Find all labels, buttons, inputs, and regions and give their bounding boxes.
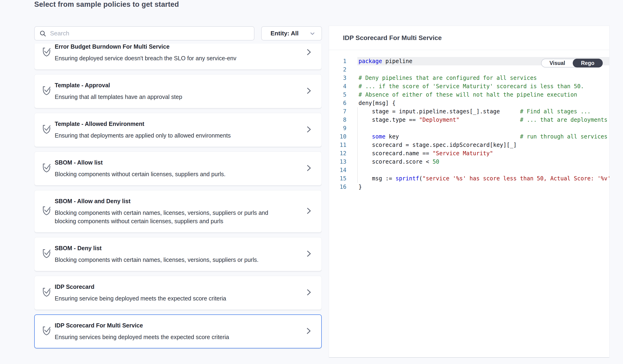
page-title: Select from sample policies to get start…: [34, 0, 179, 9]
code-line: 13 scorecard.score < 50: [329, 158, 609, 166]
line-number: 9: [329, 124, 346, 132]
shield-check-icon: [42, 47, 51, 58]
policy-card[interactable]: Error Budget Burndown For Multi ServiceE…: [34, 44, 322, 70]
preview-header: IDP Scorecard For Multi Service: [329, 26, 609, 50]
code-line: 7 stage = input.pipeline.stages[_].stage…: [329, 107, 609, 116]
line-number: 7: [329, 107, 346, 116]
policy-title: SBOM - Allow and Deny list: [55, 197, 271, 205]
code-line-text: # ... if the score of 'Service Maturity'…: [346, 82, 584, 90]
entity-filter-label: Entity: All: [270, 30, 298, 37]
line-number: 3: [329, 74, 346, 82]
code-line: 6deny[msg] {: [329, 99, 609, 107]
line-number: 16: [329, 183, 346, 191]
shield-check-icon: [42, 326, 51, 337]
code-line-text: stage = input.pipeline.stages[_].stage #…: [346, 107, 591, 116]
search-icon: [39, 30, 46, 37]
chevron-right-icon: [306, 87, 312, 96]
code-line-text: deny[msg] {: [346, 99, 396, 107]
shield-check-icon: [42, 206, 51, 217]
code-line: 12 scorecard.name == "Service Maturity": [329, 149, 609, 158]
code-line-text: stage.type == "Deployment" # ... that ar…: [346, 116, 607, 124]
policy-card[interactable]: IDP ScorecardEnsuring service being depl…: [34, 276, 322, 310]
policy-title: Template - Approval: [55, 82, 182, 89]
policy-title: IDP Scorecard: [55, 283, 226, 290]
shield-check-icon: [42, 86, 51, 97]
policy-description: Blocking components with certain names, …: [55, 256, 258, 264]
policy-card[interactable]: SBOM - Allow and Deny listBlocking compo…: [34, 190, 322, 233]
line-number: 14: [329, 166, 346, 174]
code-line: 9: [329, 124, 609, 132]
code-line-text: # Absence of either of these will not ha…: [346, 90, 577, 99]
code-editor[interactable]: Visual Rego 1package pipeline23# Deny pi…: [329, 50, 609, 357]
policy-list[interactable]: Error Budget Burndown For Multi ServiceE…: [34, 44, 322, 358]
code-line-text: scorecard.score < 50: [346, 158, 439, 166]
line-number: 11: [329, 141, 346, 149]
policy-title: SBOM - Deny list: [55, 244, 258, 252]
code-line: 10 some key # run through all services: [329, 132, 609, 141]
policy-card[interactable]: SBOM - Deny listBlocking components with…: [34, 237, 322, 271]
policy-description: Ensuring services being deployed meets t…: [55, 333, 229, 341]
chevron-right-icon: [306, 327, 312, 336]
code-line-text: [346, 65, 358, 74]
code-line-text: [346, 166, 358, 174]
code-line: 11 scorecard = stage.spec.idpScorecard[k…: [329, 141, 609, 149]
search-box[interactable]: [34, 26, 254, 41]
code-line-text: some key # run through all services: [346, 132, 607, 141]
code-line: 16}: [329, 183, 609, 191]
code-line-text: [346, 124, 358, 132]
code-line-text: scorecard.name == "Service Maturity": [346, 149, 493, 158]
line-number: 10: [329, 132, 346, 141]
code-line-text: msg := sprintf("service '%s' has score l…: [346, 174, 609, 183]
chevron-right-icon: [306, 164, 312, 173]
line-number: 5: [329, 90, 346, 99]
policy-card[interactable]: Template - Allowed EnvironmentEnsuring t…: [34, 113, 322, 147]
code-line-text: # Deny pipelines that are configured for…: [346, 74, 537, 82]
code-line: 15 msg := sprintf("service '%s' has scor…: [329, 174, 609, 183]
policy-description: Ensuring service being deployed meets th…: [55, 294, 226, 302]
search-input[interactable]: [50, 30, 249, 37]
code-line-text: }: [346, 183, 362, 191]
shield-check-icon: [42, 248, 51, 260]
line-number: 4: [329, 82, 346, 90]
code-line: 4# ... if the score of 'Service Maturity…: [329, 82, 609, 90]
policy-card[interactable]: IDP Scorecard For Multi ServiceEnsuring …: [34, 314, 322, 348]
line-number: 12: [329, 149, 346, 158]
policy-description: Ensuring deployed service doesn't breach…: [55, 54, 236, 62]
shield-check-icon: [42, 287, 51, 299]
toggle-visual-button[interactable]: Visual: [541, 59, 573, 67]
code-line: 8 stage.type == "Deployment" # ... that …: [329, 116, 609, 124]
code-line: 14: [329, 166, 609, 174]
policy-title: IDP Scorecard For Multi Service: [55, 322, 229, 329]
toggle-rego-button[interactable]: Rego: [573, 59, 603, 67]
chevron-right-icon: [306, 250, 312, 258]
policy-description: Blocking components with certain names, …: [55, 209, 271, 225]
policy-card[interactable]: Template - ApprovalEnsuring that all tem…: [34, 74, 322, 108]
line-number: 1: [329, 57, 346, 65]
shield-check-icon: [42, 163, 51, 174]
line-number: 2: [329, 65, 346, 74]
chevron-right-icon: [306, 48, 312, 57]
chevron-right-icon: [306, 126, 312, 134]
chevron-right-icon: [306, 207, 312, 216]
code-line-text: package pipeline: [346, 57, 412, 65]
code-line: 3# Deny pipelines that are configured fo…: [329, 74, 609, 82]
preview-title: IDP Scorecard For Multi Service: [343, 34, 442, 42]
policy-title: SBOM - Allow list: [55, 159, 226, 166]
line-number: 8: [329, 116, 346, 124]
line-number: 13: [329, 158, 346, 166]
code-line: 5# Absence of either of these will not h…: [329, 90, 609, 99]
chevron-down-icon: [310, 30, 315, 37]
visual-rego-toggle[interactable]: Visual Rego: [541, 59, 603, 67]
policy-title: Error Budget Burndown For Multi Service: [55, 44, 236, 50]
chevron-right-icon: [306, 288, 312, 297]
policy-title: Template - Allowed Environment: [55, 120, 231, 128]
policy-card[interactable]: SBOM - Allow listBlocking components wit…: [34, 151, 322, 186]
policy-description: Blocking components without certain lice…: [55, 170, 226, 178]
policy-preview-panel: IDP Scorecard For Multi Service Visual R…: [329, 26, 609, 358]
line-number: 6: [329, 99, 346, 107]
shield-check-icon: [42, 124, 51, 136]
policy-description: Ensuring that deployments are applied on…: [55, 131, 231, 140]
entity-filter-dropdown[interactable]: Entity: All: [261, 26, 322, 41]
line-number: 15: [329, 174, 346, 183]
code-line-text: scorecard = stage.spec.idpScorecard[key]…: [346, 141, 517, 149]
